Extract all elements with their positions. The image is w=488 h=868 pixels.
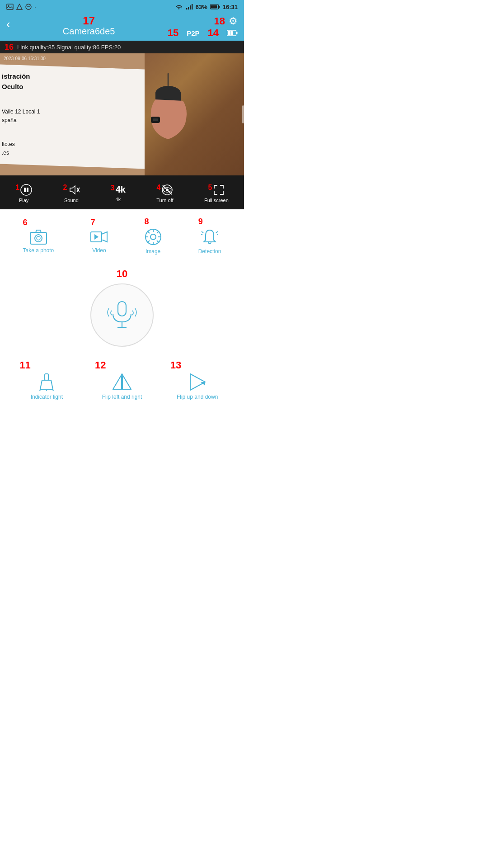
turnoff-number: 4: [156, 184, 160, 191]
header-right-bottom: 15 P2P 14: [168, 28, 238, 38]
flip-ud-button[interactable]: 13 Flip up and down: [170, 360, 225, 400]
take-photo-button[interactable]: 6 Take a photo: [23, 218, 54, 254]
paper-text-address: Valle 12 Local 1spaña: [2, 108, 40, 125]
play-number: 1: [15, 184, 19, 191]
video-button[interactable]: 7 Video: [90, 218, 108, 254]
fullscreen-number: 5: [208, 184, 212, 191]
toolbar-sound-button[interactable]: 2 Sound: [63, 184, 80, 203]
svg-rect-22: [153, 118, 158, 121]
ear-device-image: [136, 71, 194, 144]
battery-icon: [210, 4, 220, 9]
toolbar-fullscreen-button[interactable]: 5 Full screen: [204, 184, 229, 203]
sound-label: Sound: [64, 198, 79, 203]
toolbar-play-button[interactable]: 1 Play: [15, 184, 32, 203]
header: ‹ 17 Camera6de5 18 ⚙ 15 P2P 14: [0, 14, 244, 41]
svg-rect-17: [236, 32, 238, 34]
svg-rect-7: [186, 8, 188, 9]
settings-icon[interactable]: ⚙: [229, 15, 238, 27]
indicator-light-button[interactable]: 11 Indicator light: [19, 360, 74, 400]
svg-marker-37: [102, 232, 107, 242]
settings-number: 18: [214, 16, 225, 26]
header-right: 18 ⚙ 15 P2P 14: [168, 15, 238, 38]
camera-icon: [30, 229, 47, 245]
toolbar: 1 Play 2 Sound 3 4k 4k 4: [0, 175, 244, 209]
svg-marker-2: [17, 4, 22, 9]
indicator-label: Indicator light: [31, 394, 63, 400]
svg-rect-12: [211, 5, 217, 9]
info-bar-text: Link quality:85 Signal quality:86 FPS:20: [17, 44, 239, 51]
svg-line-49: [202, 231, 203, 233]
flip-ud-number: 13: [170, 360, 181, 370]
back-button[interactable]: ‹: [6, 15, 10, 31]
video-icon: [90, 229, 108, 245]
svg-rect-16: [230, 31, 233, 35]
fullscreen-label: Full screen: [204, 198, 229, 203]
image-icon: [6, 4, 14, 10]
svg-marker-26: [70, 186, 75, 194]
bell-icon: [201, 228, 218, 245]
header-right-top: 18 ⚙: [214, 15, 238, 27]
svg-line-32: [163, 185, 172, 194]
svg-line-51: [201, 234, 202, 235]
image-button[interactable]: 8 Image: [145, 217, 162, 255]
flip-lr-label: Flip left and right: [102, 394, 142, 400]
flip-horizontal-icon: [113, 373, 131, 391]
wifi-icon: ↑: [175, 4, 183, 10]
svg-rect-24: [24, 188, 26, 192]
info-bar: 16 Link quality:85 Signal quality:86 FPS…: [0, 41, 244, 53]
video-number: 7: [90, 218, 95, 226]
eye-icon: [161, 184, 173, 196]
svg-rect-53: [118, 302, 126, 316]
camera-timestamp: 2023-09-06 16:31:00: [4, 56, 46, 61]
svg-text:↑: ↑: [181, 6, 183, 10]
status-icons: ·: [6, 4, 36, 10]
svg-marker-61: [113, 375, 122, 389]
svg-rect-8: [188, 7, 189, 9]
flip-ud-label: Flip up and down: [177, 394, 218, 400]
toolbar-4k-button[interactable]: 3 4k 4k: [111, 184, 126, 202]
4k-label-icon: 4k: [116, 184, 126, 195]
action-row: 6 Take a photo 7 Video 8: [0, 209, 244, 259]
svg-rect-56: [45, 374, 48, 380]
info-bar-number: 16: [5, 43, 14, 51]
svg-marker-38: [94, 234, 99, 240]
svg-point-5: [178, 8, 179, 9]
flip-lr-button[interactable]: 12 Flip left and right: [95, 360, 149, 400]
svg-point-35: [37, 236, 40, 240]
microphone-icon: [106, 299, 138, 331]
pause-icon: [20, 184, 32, 196]
svg-rect-0: [7, 4, 13, 9]
paper-text-main: istraciónOculto: [2, 71, 30, 92]
signal-icon: [186, 4, 193, 10]
time: 16:31: [223, 4, 238, 10]
status-right: ↑ 63% 16:31: [175, 4, 238, 10]
mic-section: 10: [0, 259, 244, 351]
svg-point-40: [150, 234, 156, 240]
svg-point-34: [35, 235, 42, 242]
battery-status-icon: [227, 30, 238, 36]
photo-number: 6: [23, 218, 28, 226]
scroll-indicator: [242, 105, 244, 123]
turnoff-label: Turn off: [156, 198, 173, 203]
paper-text-url: lto.es.es: [2, 140, 15, 157]
sound-number: 2: [63, 184, 67, 191]
photo-label: Take a photo: [23, 247, 54, 254]
microphone-button[interactable]: [90, 283, 154, 347]
4k-label: 4k: [116, 197, 121, 202]
svg-rect-13: [219, 6, 220, 8]
toolbar-turnoff-button[interactable]: 4 Turn off: [156, 184, 173, 203]
svg-line-50: [216, 231, 218, 233]
svg-rect-33: [30, 232, 47, 244]
video-label: Video: [92, 247, 106, 254]
sound-off-icon: [68, 184, 80, 196]
image-number: 8: [145, 217, 149, 226]
header-number: 17: [10, 15, 168, 26]
svg-line-52: [217, 234, 218, 235]
detection-number: 9: [198, 217, 203, 226]
film-icon: [145, 228, 162, 245]
detection-button[interactable]: 9 Detection: [198, 217, 221, 255]
flip-vertical-icon: [188, 373, 207, 391]
indicator-number: 11: [19, 360, 30, 370]
battery-percent: 63%: [196, 4, 207, 10]
bottom-controls: 11 Indicator light 12 Flip left and righ…: [0, 351, 244, 407]
